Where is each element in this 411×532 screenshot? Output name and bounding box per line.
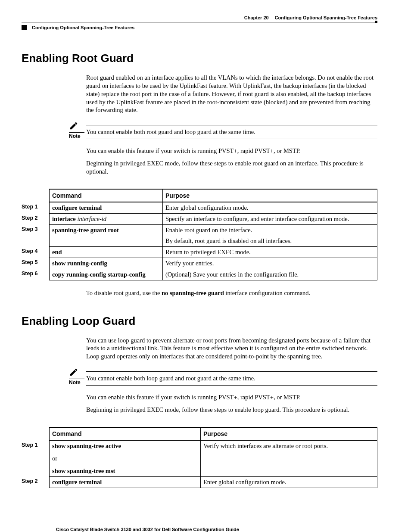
table-row: Step 2 configure terminal Enter global c… xyxy=(22,476,377,488)
col-header-command: Command xyxy=(50,427,201,440)
pencil-icon xyxy=(69,121,78,131)
running-section-title: Configuring Optional Spanning-Tree Featu… xyxy=(32,25,134,30)
body-paragraph: Root guard enabled on an interface appli… xyxy=(86,74,377,114)
table-row: By default, root guard is disabled on al… xyxy=(22,236,377,247)
table-row: Step 4 end Return to privileged EXEC mod… xyxy=(22,246,377,258)
col-header-command: Command xyxy=(50,189,163,202)
chapter-title: Configuring Optional Spanning-Tree Featu… xyxy=(275,15,377,20)
header-marker-icon xyxy=(22,25,27,30)
footer-guide-title: Cisco Catalyst Blade Switch 3130 and 303… xyxy=(56,527,377,532)
note-label: Note xyxy=(69,132,84,139)
body-paragraph: You can enable this feature if your swit… xyxy=(86,393,377,401)
command-table-loop-guard: Command Purpose Step 1 show spanning-tre… xyxy=(22,427,377,488)
col-header-purpose: Purpose xyxy=(163,189,377,202)
note-text: You cannot enable both loop guard and ro… xyxy=(86,371,377,386)
note-label: Note xyxy=(69,379,84,386)
chapter-label: Chapter 20 xyxy=(244,15,269,20)
body-paragraph: You can use loop guard to prevent altern… xyxy=(86,336,377,361)
body-paragraph: Beginning in privileged EXEC mode, follo… xyxy=(86,159,377,176)
note-text: You cannot enable both root guard and lo… xyxy=(86,125,377,139)
body-paragraph: Beginning in privileged EXEC mode, follo… xyxy=(86,406,377,414)
pencil-icon xyxy=(69,367,78,377)
note-block: Note You cannot enable both root guard a… xyxy=(69,121,377,139)
command-table-root-guard: Command Purpose Step 1 configure termina… xyxy=(22,189,377,280)
body-paragraph: You can enable this feature if your swit… xyxy=(86,147,377,155)
col-header-purpose: Purpose xyxy=(201,427,377,440)
table-row: Step 5 show running-config Verify your e… xyxy=(22,258,377,269)
note-block: Note You cannot enable both loop guard a… xyxy=(69,367,377,386)
body-paragraph: To disable root guard, use the no spanni… xyxy=(86,289,377,297)
section-heading-loop-guard: Enabling Loop Guard xyxy=(22,314,377,328)
section-heading-root-guard: Enabling Root Guard xyxy=(22,52,377,65)
table-row: Step 3 spanning-tree guard root Enable r… xyxy=(22,224,377,236)
table-row: Step 6 copy running-config startup-confi… xyxy=(22,269,377,280)
table-row: Step 1 configure terminal Enter global c… xyxy=(22,202,377,214)
table-row: Step 1 show spanning-tree active Verify … xyxy=(22,440,377,451)
table-row: Step 2 interface interface-id Specify an… xyxy=(22,213,377,224)
